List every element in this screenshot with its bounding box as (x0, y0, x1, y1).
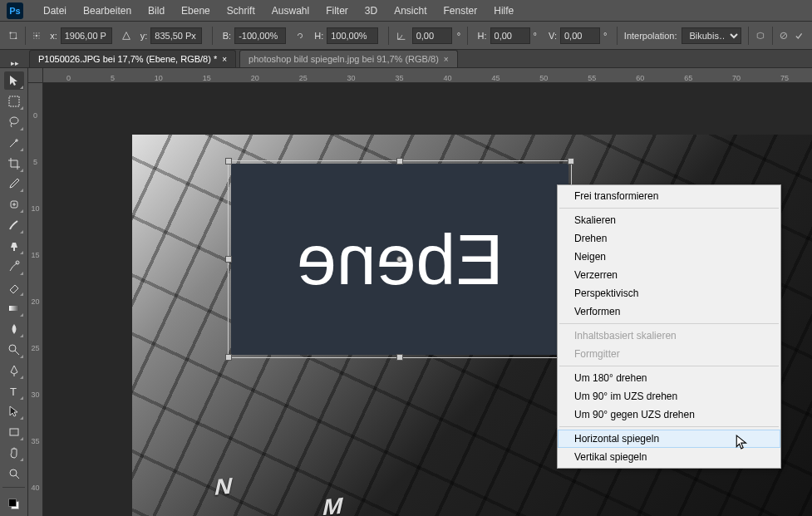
pen-tool[interactable] (4, 361, 24, 380)
context-menu-item[interactable]: Perspektivisch (558, 284, 780, 302)
app-logo: Ps (7, 2, 23, 19)
transform-context-menu[interactable]: Frei transformierenSkalierenDrehenNeigen… (557, 184, 781, 469)
link-icon[interactable] (294, 29, 306, 42)
crop-tool[interactable] (4, 155, 24, 173)
cancel-transform-button[interactable] (779, 27, 789, 45)
eyedropper-tool[interactable] (4, 175, 24, 194)
brush-tool[interactable] (4, 216, 24, 234)
reference-point-icon[interactable] (32, 27, 42, 45)
svg-point-22 (10, 469, 17, 476)
menu-bar: Ps DateiBearbeitenBildEbeneSchriftAuswah… (0, 0, 812, 22)
context-menu-item[interactable]: Um 90° gegen UZS drehen (558, 405, 780, 424)
menu-hilfe[interactable]: Hilfe (485, 5, 522, 17)
document-tab[interactable]: P1050026.JPG bei 17,7% (Ebene, RGB/8) *× (29, 50, 236, 67)
menu-auswahl[interactable]: Auswahl (263, 5, 317, 17)
w-input[interactable] (234, 27, 286, 44)
interpolation-select[interactable]: Bikubis… (682, 27, 741, 44)
menu-datei[interactable]: Datei (35, 5, 75, 17)
h-label: H: (314, 31, 323, 41)
dodge-tool[interactable] (4, 341, 24, 359)
gradient-tool[interactable] (4, 299, 24, 317)
close-tab-icon[interactable]: × (444, 55, 449, 64)
skew-v-input[interactable] (560, 27, 600, 44)
context-menu-item[interactable]: Skalieren (558, 211, 780, 229)
ruler-origin[interactable] (28, 68, 43, 83)
menu-bearbeiten[interactable]: Bearbeiten (75, 5, 140, 17)
menu-3d[interactable]: 3D (357, 5, 386, 17)
svg-rect-21 (10, 429, 18, 435)
context-menu-separator (559, 426, 779, 427)
interpolation-label: Interpolation: (624, 31, 677, 41)
hand-tool[interactable] (4, 444, 24, 462)
skew-h-input[interactable] (490, 27, 530, 44)
warp-mode-icon[interactable] (755, 27, 765, 45)
blur-tool[interactable] (4, 320, 24, 338)
mouse-cursor-icon (735, 435, 750, 453)
eraser-tool[interactable] (4, 278, 24, 297)
svg-point-6 (34, 35, 35, 36)
svg-rect-24 (8, 499, 16, 507)
menu-schrift[interactable]: Schrift (219, 5, 263, 17)
context-menu-item[interactable]: Neigen (558, 248, 780, 266)
svg-rect-18 (9, 306, 19, 311)
document-tab[interactable]: photoshop bild spiegeln.jpg bei 91,7% (R… (239, 50, 458, 67)
menu-ebene[interactable]: Ebene (173, 5, 219, 17)
path-selection-tool[interactable] (4, 403, 24, 421)
menu-filter[interactable]: Filter (317, 5, 357, 17)
healing-brush-tool[interactable] (4, 195, 24, 214)
context-menu-item[interactable]: Um 180° drehen (558, 369, 780, 387)
angle-input[interactable] (412, 27, 452, 44)
transforming-layer[interactable]: Ebene (231, 164, 568, 355)
context-menu-separator (559, 323, 779, 324)
document-tab-label: photoshop bild spiegeln.jpg bei 91,7% (R… (249, 54, 439, 64)
delta-icon[interactable] (121, 29, 132, 42)
zoom-tool[interactable] (4, 464, 24, 483)
x-label: x: (50, 31, 57, 41)
rectangle-tool[interactable] (4, 423, 24, 441)
svg-point-4 (37, 32, 37, 33)
history-brush-tool[interactable] (4, 258, 24, 276)
svg-point-15 (10, 117, 18, 124)
y-input[interactable] (150, 27, 202, 44)
tab-expand-icon[interactable]: ▸▸ (8, 59, 22, 67)
context-menu-item[interactable]: Drehen (558, 229, 780, 248)
foreground-background-colors[interactable] (4, 493, 24, 516)
svg-point-9 (34, 37, 35, 38)
commit-transform-button[interactable] (794, 27, 804, 45)
menu-fenster[interactable]: Fenster (436, 5, 486, 17)
move-tool[interactable] (4, 71, 24, 90)
context-menu-item[interactable]: Frei transformieren (558, 187, 780, 205)
clone-stamp-tool[interactable] (4, 237, 24, 255)
skew-h-label: H: (478, 31, 487, 41)
context-menu-item: Formgitter (558, 345, 780, 363)
toolbox: T (0, 68, 28, 516)
h-input[interactable] (327, 27, 378, 44)
context-menu-item[interactable]: Verzerren (558, 266, 780, 284)
transform-tool-icon[interactable] (8, 27, 18, 45)
vertical-ruler[interactable]: 0510152025303540 (28, 83, 43, 516)
svg-text:T: T (10, 386, 17, 398)
svg-rect-2 (15, 37, 17, 39)
y-label: y: (140, 31, 148, 41)
skew-v-label: V: (549, 31, 557, 41)
context-menu-item[interactable]: Um 90° im UZS drehen (558, 387, 780, 405)
type-tool[interactable]: T (4, 382, 24, 401)
close-tab-icon[interactable]: × (222, 55, 227, 64)
svg-point-7 (36, 34, 37, 36)
context-menu-separator (559, 208, 779, 209)
context-menu-item[interactable]: Verformen (558, 302, 780, 321)
x-input[interactable] (61, 27, 112, 44)
document-tab-bar: ▸▸ P1050026.JPG bei 17,7% (Ebene, RGB/8)… (0, 50, 812, 68)
svg-rect-1 (10, 32, 12, 33)
document-tab-label: P1050026.JPG bei 17,7% (Ebene, RGB/8) * (38, 54, 217, 64)
svg-point-3 (34, 32, 35, 33)
horizontal-ruler[interactable]: 051015202530354045505560657075 (43, 68, 812, 83)
marquee-tool[interactable] (4, 92, 24, 111)
menu-bild[interactable]: Bild (140, 5, 173, 17)
magic-wand-tool[interactable] (4, 134, 24, 152)
angle-icon (396, 29, 407, 42)
lasso-tool[interactable] (4, 113, 24, 131)
menu-ansicht[interactable]: Ansicht (386, 5, 435, 17)
context-menu-item: Inhaltsbasiert skalieren (558, 327, 780, 345)
context-menu-separator (559, 366, 779, 366)
